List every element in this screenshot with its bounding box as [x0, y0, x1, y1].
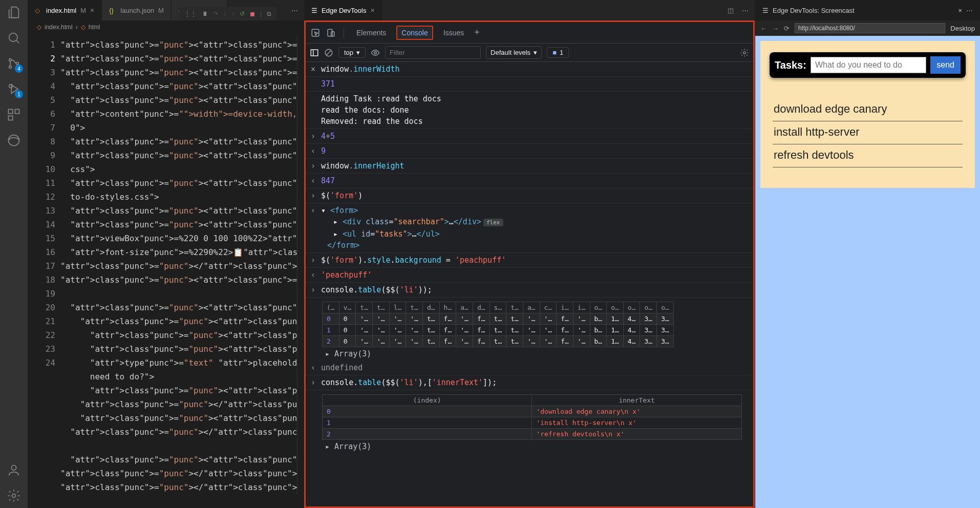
- step-into-icon[interactable]: ↓: [223, 10, 226, 17]
- settings-icon[interactable]: [740, 48, 749, 57]
- more-icon[interactable]: ⋯: [291, 7, 298, 14]
- editor-column: ◇ index.html M × {} launch.json M {} tas…: [28, 0, 304, 508]
- devtools-panel: Elements Console Issues + top▾ Default l…: [304, 20, 755, 508]
- preview-icon: ☰: [311, 7, 317, 14]
- account-icon[interactable]: [7, 463, 21, 477]
- list-item[interactable]: refresh devtools: [773, 144, 963, 167]
- devtools-header: Elements Console Issues +: [306, 22, 753, 44]
- device-icon[interactable]: [326, 28, 335, 37]
- close-icon[interactable]: ×: [370, 6, 374, 14]
- open-devtools-icon[interactable]: ⧉: [267, 10, 271, 17]
- close-icon[interactable]: ×: [958, 7, 962, 14]
- pause-icon[interactable]: ⏸: [202, 10, 208, 17]
- close-icon[interactable]: ×: [90, 6, 94, 14]
- tab-label: index.html: [46, 7, 76, 14]
- searchbar: Tasks: send: [770, 52, 966, 78]
- live-expression-icon[interactable]: [371, 48, 380, 57]
- debug-toolbar: ⋮⋮ ⏸ ↷ ↓ ↑ ↺ ◼ | ⧉: [179, 7, 276, 20]
- todo-app: Tasks: send download edge canaryinstall …: [760, 41, 975, 188]
- devtools-tab-issues[interactable]: Issues: [439, 27, 468, 39]
- back-icon[interactable]: ←: [760, 25, 767, 32]
- stop-icon[interactable]: ◼: [250, 10, 255, 17]
- devtools-tabrow: ☰ Edge DevTools × ◫ ⋯: [304, 0, 755, 20]
- svg-point-8: [9, 135, 19, 146]
- tab-label: launch.json: [120, 7, 154, 14]
- tab-edge-devtools[interactable]: ☰ Edge DevTools ×: [304, 0, 382, 20]
- breadcrumb-file: index.html: [45, 24, 73, 31]
- breadcrumb-symbol: html: [89, 24, 100, 31]
- screencast-column: ☰ Edge DevTools: Screencast × ⋯ ← → ⟳ De…: [755, 0, 980, 508]
- svg-rect-5: [9, 110, 13, 114]
- step-over-icon[interactable]: ↷: [213, 10, 218, 17]
- forward-icon[interactable]: →: [772, 25, 779, 32]
- send-button[interactable]: send: [930, 56, 961, 74]
- screencast-toolbar: ← → ⟳ Desktop: [755, 20, 980, 36]
- scm-badge: 4: [15, 65, 23, 73]
- add-tab-icon[interactable]: +: [474, 27, 480, 38]
- svg-point-2: [9, 66, 12, 69]
- devtools-tab-console[interactable]: Console: [396, 26, 433, 40]
- list-item[interactable]: download edge canary: [773, 98, 963, 121]
- screencast-tab[interactable]: ☰ Edge DevTools: Screencast × ⋯: [755, 0, 980, 20]
- files-icon[interactable]: [7, 5, 21, 19]
- tasks-list: download edge canaryinstall http-serverr…: [770, 98, 966, 167]
- code-body[interactable]: "attr">class"punc">="punc"><"attr">class…: [60, 34, 297, 494]
- svg-rect-6: [15, 110, 19, 114]
- svg-rect-7: [9, 116, 13, 120]
- activity-bar: 4 1: [0, 0, 28, 508]
- svg-rect-14: [311, 50, 318, 56]
- minimap[interactable]: [297, 34, 304, 494]
- debug-icon[interactable]: 1: [7, 82, 21, 96]
- devtools-column: ☰ Edge DevTools × ◫ ⋯ Elements Console I…: [304, 0, 755, 508]
- mode-label[interactable]: Desktop: [950, 25, 975, 32]
- reload-icon[interactable]: ⟳: [784, 25, 790, 32]
- svg-point-0: [9, 33, 17, 41]
- tab-label: Edge DevTools: Screencast: [773, 7, 954, 14]
- tab-index-html[interactable]: ◇ index.html M ×: [28, 0, 102, 20]
- main-area: ◇ index.html M × {} launch.json M {} tas…: [28, 0, 980, 508]
- svg-point-10: [12, 494, 16, 498]
- restart-icon[interactable]: ↺: [240, 10, 245, 17]
- gear-icon[interactable]: [7, 489, 21, 503]
- svg-point-16: [374, 51, 377, 54]
- clear-console-icon[interactable]: [324, 48, 333, 57]
- preview-icon: ☰: [762, 7, 769, 14]
- url-input[interactable]: [795, 23, 945, 33]
- edge-icon[interactable]: [7, 133, 21, 147]
- json-file-icon: {}: [109, 7, 116, 14]
- debug-badge: 1: [15, 90, 23, 98]
- devtools-tab-elements[interactable]: Elements: [352, 27, 390, 39]
- svg-rect-11: [312, 29, 319, 36]
- html-file-icon: ◇: [35, 7, 42, 14]
- context-selector[interactable]: top▾: [338, 47, 366, 58]
- extensions-icon[interactable]: [7, 108, 21, 122]
- levels-selector[interactable]: Default levels ▾: [486, 46, 542, 59]
- tasks-label: Tasks:: [775, 59, 806, 71]
- editor-tab-actions: ⋯: [285, 0, 304, 20]
- console-body[interactable]: ×window.innerWidth371Adding Task :read t…: [306, 62, 753, 506]
- drag-icon[interactable]: ⋮⋮: [184, 10, 197, 17]
- search-icon[interactable]: [7, 31, 21, 45]
- gutter: 123456789101112131415161718192021222324: [28, 34, 60, 494]
- sidebar-toggle-icon[interactable]: [310, 48, 319, 57]
- screencast-view: Tasks: send download edge canaryinstall …: [755, 36, 980, 508]
- inspect-icon[interactable]: [311, 28, 320, 37]
- source-control-icon[interactable]: 4: [7, 56, 21, 71]
- more-icon[interactable]: ⋯: [966, 7, 973, 14]
- svg-point-9: [11, 465, 16, 470]
- split-icon[interactable]: ◫: [728, 7, 734, 14]
- tab-launch-json[interactable]: {} launch.json M: [102, 0, 172, 20]
- task-input[interactable]: [811, 57, 926, 73]
- filter-input[interactable]: [385, 46, 481, 59]
- step-out-icon[interactable]: ↑: [231, 10, 235, 17]
- tab-suffix: M: [158, 7, 164, 14]
- svg-rect-12: [328, 29, 332, 36]
- svg-point-4: [9, 84, 13, 88]
- issues-pill[interactable]: ■1: [547, 47, 569, 58]
- tab-suffix: M: [80, 7, 86, 14]
- code-editor[interactable]: 123456789101112131415161718192021222324 …: [28, 34, 304, 494]
- more-icon[interactable]: ⋯: [742, 7, 749, 14]
- svg-point-1: [9, 59, 12, 61]
- breadcrumb[interactable]: ◇ index.html › ◇ html ⋮⋮ ⏸ ↷ ↓ ↑ ↺ ◼ | ⧉: [28, 20, 304, 34]
- list-item[interactable]: install http-server: [773, 121, 963, 144]
